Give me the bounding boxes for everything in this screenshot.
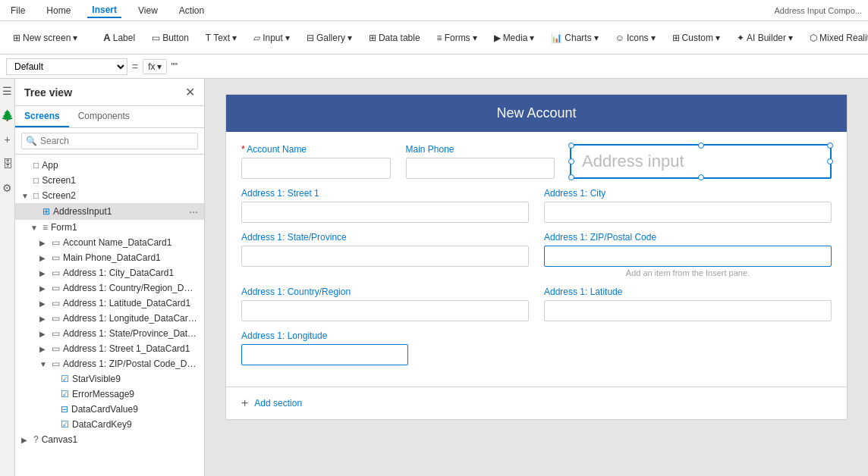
left-panel-tree-icon[interactable]: 🌲 [1, 109, 14, 121]
input-button[interactable]: ▱ Input ▾ [247, 29, 297, 47]
addressinput1-more-button[interactable]: ··· [189, 205, 198, 218]
tree-item-address1-stateprovince-datacard[interactable]: ▶ ▭ Address 1: State/Province_DataCard1 [15, 326, 204, 341]
tree-item-form1[interactable]: ▼ ≡ Form1 [15, 220, 204, 235]
new-screen-button[interactable]: ⊞ New screen ▾ [6, 29, 84, 47]
tree-item-main-phone-datacard[interactable]: ▶ ▭ Main Phone_DataCard1 [15, 250, 204, 265]
sidebar-close-button[interactable]: ✕ [185, 85, 195, 99]
tree-item-starvisible9[interactable]: ☑ StarVisible9 [15, 371, 204, 387]
ai-builder-dropdown-icon: ▾ [788, 33, 793, 43]
tree-item-datacardvalue9[interactable]: ⊟ DataCardValue9 [15, 402, 204, 417]
tree-item-screen2[interactable]: ▼ □ Screen2 [15, 188, 204, 203]
icons-button[interactable]: ☺ Icons ▾ [609, 29, 662, 47]
address1-latitude-input[interactable] [544, 300, 832, 321]
address1-street1-datacard-label: Address 1: Street 1_DataCard1 [63, 343, 190, 354]
add-section-label[interactable]: Add section [254, 398, 302, 409]
form-actions[interactable]: + Add section [226, 387, 847, 419]
text-button[interactable]: T Text ▾ [199, 29, 244, 47]
input-icon: ▱ [253, 33, 260, 43]
tree-item-datacardkey9[interactable]: ☑ DataCardKey9 [15, 417, 204, 432]
datacardkey9-label: DataCardKey9 [72, 419, 132, 430]
main-phone-field: Main Phone [406, 144, 555, 179]
tree-item-address1-longitude-datacard[interactable]: ▶ ▭ Address 1: Longitude_DataCard1 [15, 311, 204, 326]
address1-country-label: Address 1: Country/Region [241, 287, 529, 297]
input-dropdown-icon: ▾ [285, 33, 290, 43]
forms-dropdown-icon: ▾ [473, 33, 477, 43]
tree-item-address1-country-datacard[interactable]: ▶ ▭ Address 1: Country/Region_DataC... [15, 280, 204, 296]
tab-components[interactable]: Components [69, 106, 139, 127]
custom-dropdown-icon: ▾ [715, 33, 720, 43]
tree-item-addressinput1[interactable]: ⊞ AddressInput1 ··· [15, 203, 204, 220]
label-button[interactable]: A Label [96, 28, 142, 47]
handle-top-right[interactable] [827, 142, 833, 149]
address1-state-datacard-label: Address 1: State/Province_DataCard1 [63, 328, 198, 339]
tree-item-app[interactable]: □ App [15, 158, 204, 173]
tree-item-address1-street1-datacard[interactable]: ▶ ▭ Address 1: Street 1_DataCard1 [15, 341, 204, 356]
address1-state-input[interactable] [241, 246, 529, 267]
tree-item-address1-zip-datacard[interactable]: ▼ ▭ Address 1: ZIP/Postal Code_DataC... [15, 356, 204, 371]
menu-home[interactable]: Home [42, 4, 75, 17]
handle-top-left[interactable] [568, 142, 574, 149]
button-button[interactable]: ▭ Button [145, 29, 196, 47]
menu-file[interactable]: File [6, 4, 30, 17]
custom-button[interactable]: ⊞ Custom ▾ [665, 29, 727, 47]
data-table-button[interactable]: ⊞ Data table [362, 29, 427, 47]
errormessage9-icon: ☑ [61, 389, 69, 399]
formula-fx-button[interactable]: fx ▾ [143, 59, 166, 74]
address1-city-input[interactable] [544, 202, 832, 223]
address1-state-field: Address 1: State/Province [241, 232, 529, 277]
left-panel-menu-icon[interactable]: ☰ [2, 85, 12, 97]
address1-city-field: Address 1: City [544, 188, 832, 223]
gallery-button[interactable]: ⊟ Gallery ▾ [300, 29, 359, 47]
ai-builder-button[interactable]: ✦ AI Builder ▾ [730, 29, 800, 47]
handle-mid-left[interactable] [568, 158, 574, 164]
main-phone-input[interactable] [406, 158, 555, 179]
search-input[interactable] [21, 133, 198, 149]
charts-button[interactable]: 📊 Charts ▾ [544, 29, 605, 47]
tab-screens[interactable]: Screens [15, 106, 69, 127]
handle-top-mid[interactable] [698, 142, 704, 149]
addressinput1-icon: ⊞ [42, 206, 50, 217]
account-name-input[interactable] [241, 158, 391, 179]
menu-view[interactable]: View [134, 4, 162, 17]
sidebar-title: Tree view [24, 86, 72, 99]
address1-country-input[interactable] [241, 300, 529, 321]
address-input-box[interactable]: Address input [570, 144, 832, 179]
data-table-icon: ⊞ [369, 33, 376, 43]
forms-button[interactable]: ≡ Forms ▾ [430, 29, 484, 47]
new-screen-dropdown-icon: ▾ [73, 33, 77, 43]
left-panel-insert-icon[interactable]: + [4, 133, 10, 146]
tree-arrow-address1-country: ▶ [39, 284, 49, 293]
sidebar-search-area: 🔍 [15, 128, 204, 155]
menu-action[interactable]: Action [175, 4, 209, 17]
tree-item-account-name-datacard[interactable]: ▶ ▭ Account Name_DataCard1 [15, 235, 204, 250]
formula-input[interactable] [171, 61, 862, 72]
charts-dropdown-icon: ▾ [594, 33, 599, 43]
custom-icon: ⊞ [672, 33, 680, 43]
tree-item-address1-latitude-datacard[interactable]: ▶ ▭ Address 1: Latitude_DataCard1 [15, 296, 204, 311]
formula-scope-select[interactable]: Default [6, 58, 127, 75]
left-panel-data-icon[interactable]: 🗄 [2, 158, 13, 170]
address1-state-datacard-icon: ▭ [52, 328, 60, 339]
tree-item-screen1[interactable]: □ Screen1 [15, 173, 204, 188]
tree-item-canvas1[interactable]: ▶ ? Canvas1 [15, 432, 204, 447]
address1-street1-input[interactable] [241, 202, 529, 223]
media-icon: ▶ [494, 33, 501, 43]
mixed-reality-button[interactable]: ⬡ Mixed Reality ▾ [803, 29, 868, 47]
address-input-placeholder: Address input [582, 152, 684, 171]
address1-zip-input[interactable] [544, 246, 832, 267]
tree-item-address1-city-datacard[interactable]: ▶ ▭ Address 1: City_DataCard1 [15, 265, 204, 280]
gallery-icon: ⊟ [307, 33, 314, 43]
formula-fx-label: fx [148, 61, 155, 72]
address1-longitude-input[interactable] [241, 344, 408, 365]
ai-builder-icon: ✦ [737, 33, 744, 43]
handle-mid-right[interactable] [827, 158, 833, 164]
form-row-4: Address 1: Country/Region Address 1: Lat… [241, 287, 832, 321]
menu-insert[interactable]: Insert [87, 3, 121, 18]
handle-bottom-left[interactable] [568, 174, 574, 180]
tree-item-errormessage9[interactable]: ☑ ErrorMessage9 [15, 387, 204, 402]
handle-bottom-mid[interactable] [698, 174, 704, 180]
text-dropdown-icon: ▾ [232, 33, 237, 43]
formula-fx-dropdown: ▾ [157, 61, 162, 72]
left-panel-settings-icon[interactable]: ⚙ [2, 182, 12, 194]
media-button[interactable]: ▶ Media ▾ [487, 29, 542, 47]
